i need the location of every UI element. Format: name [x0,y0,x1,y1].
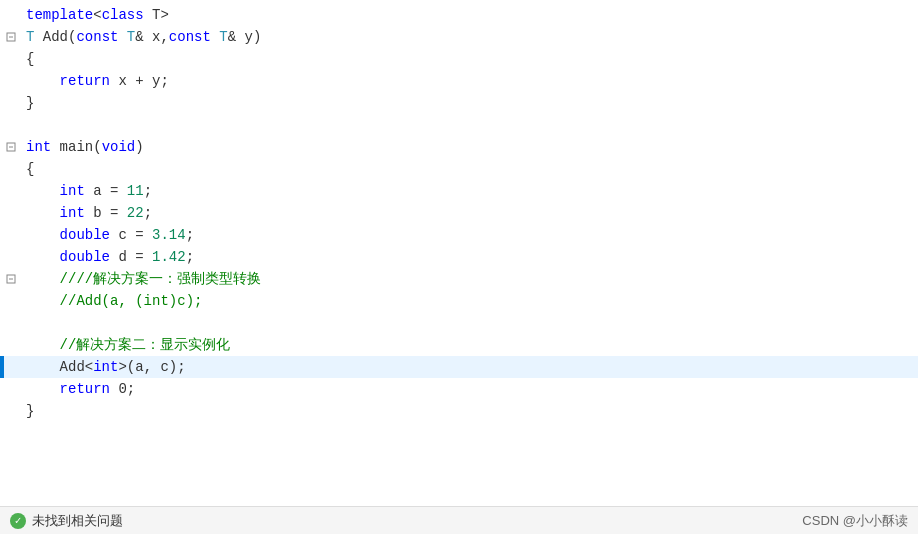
code-line: //解决方案二：显示实例化 [0,334,918,356]
code-content: } [18,400,918,422]
code-content: ////解决方案一：强制类型转换 [18,268,918,290]
status-watermark: CSDN @小小酥读 [802,512,908,530]
code-line [0,114,918,136]
fold-button [4,180,18,202]
code-line: double c = 3.14; [0,224,918,246]
code-line: } [0,92,918,114]
code-line [0,312,918,334]
code-line: return x + y; [0,70,918,92]
fold-button[interactable] [4,4,18,26]
code-content [18,114,918,136]
code-line: return 0; [0,378,918,400]
status-icon: ✓ [10,513,26,529]
fold-button[interactable] [4,268,18,290]
code-content: { [18,158,918,180]
fold-button [4,246,18,268]
fold-button [4,202,18,224]
fold-button [4,400,18,422]
code-line: Add<int>(a, c); [0,356,918,378]
fold-button[interactable] [4,26,18,48]
fold-button [4,158,18,180]
fold-button [4,312,18,334]
code-line: { [0,158,918,180]
code-content: int a = 11; [18,180,918,202]
fold-button [4,356,18,378]
code-line: int main(void) [0,136,918,158]
fold-button [4,290,18,312]
code-content: //Add(a, (int)c); [18,290,918,312]
code-line: double d = 1.42; [0,246,918,268]
fold-button[interactable] [4,136,18,158]
fold-button [4,48,18,70]
code-line: int b = 22; [0,202,918,224]
code-content: } [18,92,918,114]
code-content: //解决方案二：显示实例化 [18,334,918,356]
fold-button [4,70,18,92]
fold-button [4,92,18,114]
code-line: template<class T> [0,4,918,26]
code-content: double d = 1.42; [18,246,918,268]
code-line: { [0,48,918,70]
status-left: ✓ 未找到相关问题 [10,512,123,530]
code-line: T Add(const T& x,const T& y) [0,26,918,48]
code-line: } [0,400,918,422]
fold-button [4,378,18,400]
fold-button [4,224,18,246]
code-content [18,312,918,334]
status-message: 未找到相关问题 [32,512,123,530]
code-content: template<class T> [18,4,918,26]
code-content: int b = 22; [18,202,918,224]
code-line: //Add(a, (int)c); [0,290,918,312]
fold-button [4,334,18,356]
code-content: { [18,48,918,70]
code-editor: template<class T>T Add(const T& x,const … [0,0,918,506]
code-content: Add<int>(a, c); [18,356,918,378]
fold-button [4,114,18,136]
code-line: ////解决方案一：强制类型转换 [0,268,918,290]
code-line: int a = 11; [0,180,918,202]
code-content: int main(void) [18,136,918,158]
code-content: return x + y; [18,70,918,92]
code-content: double c = 3.14; [18,224,918,246]
code-content: T Add(const T& x,const T& y) [18,26,918,48]
status-bar: ✓ 未找到相关问题 CSDN @小小酥读 [0,506,918,534]
code-content: return 0; [18,378,918,400]
